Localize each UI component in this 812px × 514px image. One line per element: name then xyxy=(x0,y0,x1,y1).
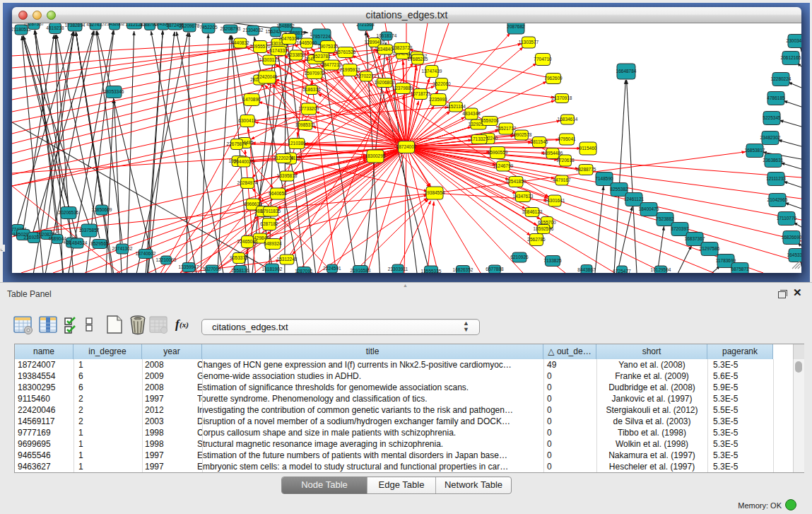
svg-text:4559206: 4559206 xyxy=(481,118,499,123)
svg-text:21304032: 21304032 xyxy=(243,28,264,33)
svg-text:(x): (x) xyxy=(180,320,189,329)
svg-text:12379889: 12379889 xyxy=(393,86,413,90)
svg-text:10985311: 10985311 xyxy=(295,122,316,127)
svg-text:15970972: 15970972 xyxy=(305,71,325,76)
svg-text:16453359: 16453359 xyxy=(787,252,801,257)
svg-text:4527437: 4527437 xyxy=(86,23,105,27)
svg-text:1470890: 1470890 xyxy=(242,97,261,102)
svg-text:23823723: 23823723 xyxy=(392,45,413,50)
svg-text:6233853: 6233853 xyxy=(287,52,305,57)
svg-text:10718721: 10718721 xyxy=(411,91,431,96)
svg-text:4479167: 4479167 xyxy=(553,177,571,182)
svg-text:19206803: 19206803 xyxy=(375,80,395,85)
svg-text:16826352: 16826352 xyxy=(453,267,473,272)
svg-text:2224591: 2224591 xyxy=(323,266,341,271)
svg-text:15761526: 15761526 xyxy=(336,49,356,54)
svg-text:7704710: 7704710 xyxy=(534,57,552,62)
svg-text:16648784: 16648784 xyxy=(616,69,637,74)
svg-text:12210093: 12210093 xyxy=(156,257,177,262)
svg-text:6577888: 6577888 xyxy=(486,267,504,271)
svg-text:12899493: 12899493 xyxy=(365,40,385,45)
svg-text:22420046: 22420046 xyxy=(257,74,278,79)
svg-text:15960559: 15960559 xyxy=(488,150,508,155)
svg-text:23482302: 23482302 xyxy=(760,135,781,140)
svg-text:17733209: 17733209 xyxy=(299,106,319,111)
svg-text:12280224: 12280224 xyxy=(771,76,792,81)
svg-text:19075310: 19075310 xyxy=(318,44,339,49)
svg-text:7148590: 7148590 xyxy=(595,176,613,181)
svg-text:20440025: 20440025 xyxy=(234,159,254,164)
svg-text:8255382: 8255382 xyxy=(610,187,628,192)
svg-text:14347633: 14347633 xyxy=(513,194,534,199)
svg-text:16465060: 16465060 xyxy=(297,40,317,45)
svg-text:23003477: 23003477 xyxy=(787,38,801,43)
svg-text:19384554: 19384554 xyxy=(425,190,445,195)
svg-text:2087682: 2087682 xyxy=(507,24,525,29)
svg-text:20741302: 20741302 xyxy=(112,246,133,251)
svg-text:5225345: 5225345 xyxy=(763,115,781,120)
svg-text:10375857: 10375857 xyxy=(79,228,100,233)
svg-text:17382894: 17382894 xyxy=(65,23,86,28)
svg-text:6300417: 6300417 xyxy=(238,118,257,123)
svg-text:6725477: 6725477 xyxy=(613,269,631,273)
svg-text:14301641: 14301641 xyxy=(545,198,565,203)
svg-text:9720618: 9720618 xyxy=(556,158,575,163)
svg-text:16287337: 16287337 xyxy=(24,23,45,26)
svg-text:5327099: 5327099 xyxy=(203,267,221,271)
svg-text:21370918: 21370918 xyxy=(552,95,572,100)
svg-text:21209678: 21209678 xyxy=(180,23,200,28)
svg-text:6640658: 6640658 xyxy=(269,191,287,196)
svg-text:2562786: 2562786 xyxy=(527,237,546,242)
svg-text:22465086: 22465086 xyxy=(237,239,258,244)
svg-text:6875871: 6875871 xyxy=(731,267,749,271)
svg-text:7857224: 7857224 xyxy=(312,34,331,39)
svg-text:2558136: 2558136 xyxy=(231,268,249,273)
svg-text:21484524: 21484524 xyxy=(67,240,88,245)
svg-text:1548862: 1548862 xyxy=(276,23,295,28)
svg-text:8720397: 8720397 xyxy=(671,226,689,231)
svg-text:13555335: 13555335 xyxy=(421,269,442,273)
svg-text:20955570: 20955570 xyxy=(250,44,271,49)
svg-text:11246799: 11246799 xyxy=(493,163,514,168)
svg-text:21042965: 21042965 xyxy=(767,197,788,202)
svg-text:23638631: 23638631 xyxy=(763,158,784,163)
svg-text:12541850: 12541850 xyxy=(506,179,526,184)
svg-text:6210926: 6210926 xyxy=(510,255,529,259)
svg-text:16834614: 16834614 xyxy=(558,117,578,122)
svg-text:20612165: 20612165 xyxy=(781,55,801,60)
svg-text:1287091: 1287091 xyxy=(295,269,313,273)
svg-text:21220209: 21220209 xyxy=(273,156,294,160)
svg-text:7452205: 7452205 xyxy=(199,25,218,30)
svg-text:17110776: 17110776 xyxy=(777,216,797,221)
svg-text:21297586: 21297586 xyxy=(700,246,720,251)
svg-text:5186316: 5186316 xyxy=(302,87,321,92)
svg-text:8443867: 8443867 xyxy=(577,267,596,272)
svg-text:1210386: 1210386 xyxy=(288,141,306,146)
svg-text:2235993: 2235993 xyxy=(429,97,447,102)
svg-text:23208793: 23208793 xyxy=(220,26,241,31)
svg-text:12111233: 12111233 xyxy=(766,176,786,181)
svg-text:13850609: 13850609 xyxy=(92,207,112,212)
svg-text:18740602: 18740602 xyxy=(136,251,156,256)
svg-text:22702271: 22702271 xyxy=(356,74,377,78)
svg-text:13747439: 13747439 xyxy=(422,69,442,74)
svg-text:18477213: 18477213 xyxy=(322,62,342,67)
svg-text:16853817: 16853817 xyxy=(745,148,765,153)
svg-text:7523882: 7523882 xyxy=(656,216,674,221)
svg-text:6174331: 6174331 xyxy=(269,48,288,53)
svg-text:8529565: 8529565 xyxy=(90,241,109,246)
svg-text:18300295: 18300295 xyxy=(365,153,386,158)
svg-text:9795041: 9795041 xyxy=(558,136,576,141)
svg-text:4786185: 4786185 xyxy=(767,95,785,100)
svg-text:21432602: 21432602 xyxy=(105,23,125,26)
svg-text:10129594: 10129594 xyxy=(651,267,671,272)
svg-text:8523781: 8523781 xyxy=(312,54,331,59)
svg-text:16826690: 16826690 xyxy=(782,235,801,240)
svg-text:18288775: 18288775 xyxy=(576,167,596,172)
svg-text:5489324: 5489324 xyxy=(264,241,282,246)
svg-text:9115460: 9115460 xyxy=(579,146,597,151)
svg-text:13395818: 13395818 xyxy=(277,173,298,178)
svg-text:20206536: 20206536 xyxy=(59,210,79,215)
svg-text:4834348: 4834348 xyxy=(462,111,481,116)
svg-text:18592596: 18592596 xyxy=(534,226,554,231)
